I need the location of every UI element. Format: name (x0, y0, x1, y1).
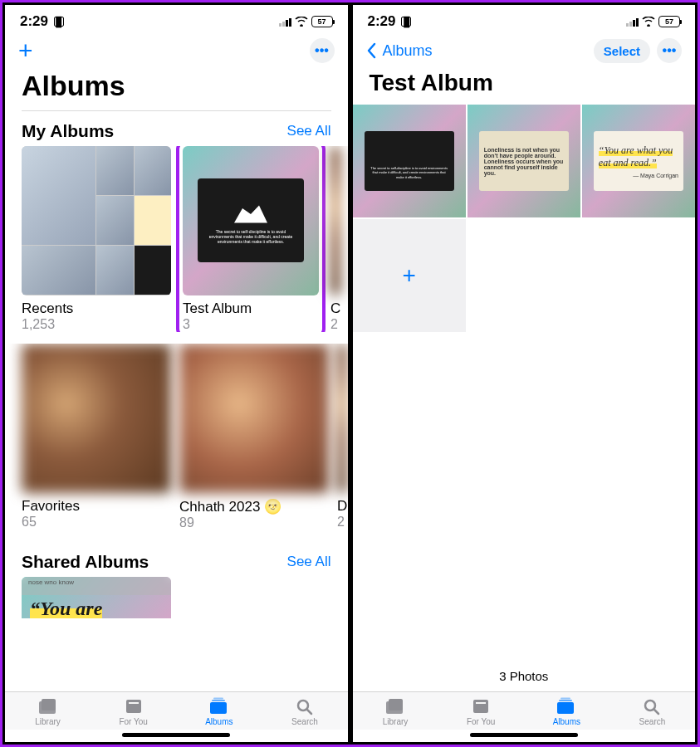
album-item-recents[interactable]: Recents 1,253 (22, 146, 171, 332)
svg-line-8 (307, 710, 311, 714)
photo-item[interactable]: “You are what you eat and read.”— Maya C… (582, 105, 695, 217)
photo-grid: The secret to self-discipline is to avoi… (353, 105, 696, 332)
svg-rect-12 (476, 702, 486, 704)
album-label: D (337, 498, 347, 515)
album-label: C (330, 300, 340, 317)
svg-rect-10 (389, 699, 403, 710)
add-photo-tile[interactable]: + (353, 219, 466, 332)
wifi-icon (295, 17, 308, 27)
library-icon (384, 697, 407, 715)
section-title: My Albums (22, 121, 114, 141)
plus-icon: + (402, 262, 415, 289)
album-item-favorites[interactable]: Favorites 65 (22, 344, 171, 530)
portrait-lock-icon: ▮ (401, 17, 411, 27)
tab-for-you[interactable]: For You (91, 697, 176, 726)
tab-search[interactable]: Search (262, 697, 347, 726)
battery-icon: 57 (658, 16, 680, 27)
battery-icon: 57 (311, 16, 333, 27)
status-time: 2:29 ▮ (368, 13, 412, 30)
album-count: 89 (179, 515, 329, 530)
nav-bar: Albums Select ••• (353, 35, 696, 70)
svg-rect-2 (126, 700, 141, 713)
page-title: Albums (5, 70, 348, 110)
svg-rect-15 (560, 698, 570, 700)
album-item-peek[interactable]: D 2 (337, 344, 347, 530)
see-all-link[interactable]: See All (287, 554, 331, 570)
svg-rect-11 (473, 700, 488, 713)
photo-count: 3 Photos (353, 661, 696, 691)
home-indicator[interactable] (470, 733, 578, 737)
for-you-icon (122, 697, 145, 715)
svg-rect-5 (212, 700, 225, 701)
svg-rect-13 (557, 702, 574, 714)
photo-item[interactable]: Loneliness is not when you don't have pe… (467, 105, 580, 217)
album-count: 1,253 (22, 317, 171, 332)
search-icon (640, 697, 663, 715)
section-my-albums-head: My Albums See All (5, 115, 348, 146)
album-detail-screen: 2:29 ▮ 57 Albums Select ••• Test Album T… (350, 2, 698, 745)
tab-for-you[interactable]: For You (438, 697, 524, 726)
svg-rect-1 (42, 699, 56, 710)
album-item-test-highlighted[interactable]: The secret to self-discipline is to avoi… (176, 146, 326, 332)
for-you-icon (469, 697, 492, 715)
tab-albums[interactable]: Albums (524, 697, 609, 726)
home-indicator[interactable] (122, 733, 230, 737)
status-bar: 2:29 ▮ 57 (5, 5, 348, 35)
svg-rect-14 (559, 700, 572, 701)
album-thumb: The secret to self-discipline is to avoi… (183, 146, 319, 295)
svg-rect-4 (210, 702, 227, 714)
svg-rect-6 (213, 698, 223, 700)
album-count: 65 (22, 515, 171, 530)
shared-album-peek[interactable]: nose wno know“You are (5, 577, 348, 618)
album-item-chhath[interactable]: Chhath 2023 🌝 89 (179, 344, 329, 530)
albums-icon (208, 697, 231, 715)
tab-search[interactable]: Search (609, 697, 695, 726)
tab-library[interactable]: Library (353, 697, 438, 726)
album-count: 2 (337, 515, 347, 530)
tab-bar: Library For You Albums Search (5, 691, 348, 730)
section-title: Shared Albums (22, 552, 149, 572)
tab-albums[interactable]: Albums (176, 697, 262, 726)
svg-rect-3 (129, 702, 139, 704)
album-row-2: Favorites 65 Chhath 2023 🌝 89 D 2 (5, 344, 348, 530)
photo-item[interactable]: The secret to self-discipline is to avoi… (353, 105, 466, 217)
see-all-link[interactable]: See All (287, 123, 331, 139)
status-right: 57 (626, 16, 680, 27)
cellular-icon (626, 17, 639, 27)
more-button[interactable]: ••• (310, 38, 335, 63)
album-item-peek[interactable]: C 2 (330, 146, 340, 332)
album-count: 2 (330, 317, 340, 332)
album-thumb (22, 146, 171, 295)
album-thumb (22, 344, 171, 493)
more-button[interactable]: ••• (657, 38, 682, 63)
album-label: Favorites (22, 498, 171, 515)
wifi-icon (642, 17, 655, 27)
select-button[interactable]: Select (594, 39, 650, 63)
album-row-1: Recents 1,253 The secret to self-discipl… (5, 146, 348, 332)
nav-bar: + ••• (5, 35, 348, 70)
album-thumb (179, 344, 329, 493)
chevron-left-icon (366, 42, 376, 59)
cellular-icon (279, 17, 291, 27)
albums-list-screen: 2:29 ▮ 57 + ••• Albums My Albums See All… (2, 2, 350, 745)
search-icon (293, 697, 316, 715)
albums-icon (555, 697, 578, 715)
back-button[interactable]: Albums (366, 42, 433, 60)
svg-line-17 (654, 710, 658, 714)
album-thumb (337, 344, 347, 493)
album-label: Chhath 2023 🌝 (179, 498, 329, 515)
album-thumb (330, 146, 340, 295)
album-label: Recents (22, 300, 171, 317)
album-title: Test Album (353, 70, 696, 105)
status-time: 2:29 ▮ (20, 13, 64, 30)
portrait-lock-icon: ▮ (54, 17, 64, 27)
tab-library[interactable]: Library (5, 697, 91, 726)
album-label: Test Album (183, 300, 319, 317)
library-icon (37, 697, 60, 715)
status-bar: 2:29 ▮ 57 (353, 5, 696, 35)
section-shared-head: Shared Albums See All (5, 545, 348, 577)
tab-bar: Library For You Albums Search (353, 691, 696, 730)
status-right: 57 (279, 16, 333, 27)
album-count: 3 (183, 317, 319, 332)
add-button[interactable]: + (18, 38, 33, 63)
